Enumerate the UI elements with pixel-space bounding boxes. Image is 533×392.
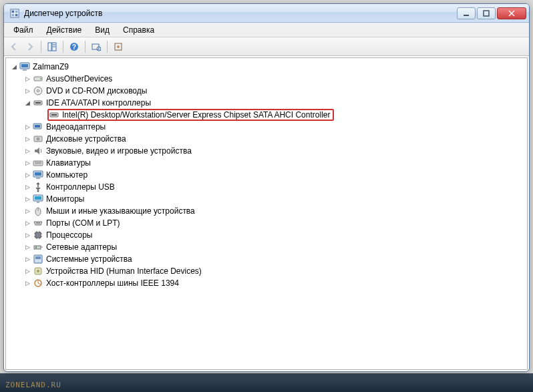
tree-node-network[interactable]: ▷ Сетевые адаптеры (7, 241, 526, 253)
expander-icon[interactable]: ▷ (23, 147, 31, 155)
background-taskbar (0, 373, 533, 392)
tree-root[interactable]: ◢ ZalmanZ9 (7, 61, 526, 73)
expander-icon[interactable]: ▷ (23, 183, 31, 191)
expander-icon[interactable]: ▷ (23, 159, 31, 167)
disk-icon (33, 73, 43, 84)
close-button[interactable] (497, 7, 526, 19)
svg-rect-21 (21, 64, 28, 67)
svg-rect-6 (484, 11, 489, 16)
svg-rect-2 (15, 10, 18, 13)
svg-point-47 (36, 222, 37, 224)
toolbar-separator (41, 41, 41, 53)
menu-file[interactable]: Файл (7, 23, 40, 37)
tree-node-ports[interactable]: ▷ Порты (COM и LPT) (7, 217, 526, 229)
node-label: Контроллеры USB (46, 182, 115, 192)
expander-icon[interactable]: ▷ (23, 243, 31, 251)
tree-node-usb[interactable]: ▷ Контроллеры USB (7, 181, 526, 193)
tree-node-hid[interactable]: ▷ Устройства HID (Human Interface Device… (7, 265, 526, 277)
svg-rect-4 (15, 13, 18, 16)
node-label: Системные устройства (46, 254, 132, 264)
tree-node-dvd[interactable]: ▷ DVD и CD-ROM дисководы (7, 85, 526, 97)
show-hide-tree-button[interactable] (45, 39, 59, 54)
highlight-annotation: Intel(R) Desktop/Workstation/Server Expr… (47, 109, 334, 121)
scan-hardware-button[interactable] (89, 39, 104, 54)
svg-rect-1 (12, 10, 15, 13)
watermark: ZONELAND.RU (5, 381, 61, 389)
disk-drive-icon (33, 134, 43, 144)
tree-node-asusother[interactable]: ▷ AsusOtherDevices (7, 73, 526, 85)
tree-node-keyboard[interactable]: ▷ Клавиатуры (7, 157, 526, 169)
back-button[interactable] (7, 39, 21, 54)
port-icon (33, 218, 43, 228)
maximize-button[interactable] (477, 7, 496, 19)
network-icon (33, 242, 43, 252)
node-label: Звуковые, видео и игровые устройства (46, 146, 192, 156)
controller-icon (49, 110, 59, 120)
mouse-icon (33, 206, 43, 216)
tree-node-ide[interactable]: ◢ IDE ATA/ATAPI контроллеры (7, 97, 526, 109)
svg-rect-28 (35, 102, 41, 104)
tree-content[interactable]: ◢ ZalmanZ9 ▷ AsusOtherDevices ▷ DVD и CD… (5, 57, 528, 370)
help-button[interactable]: ? (67, 39, 81, 54)
expander-icon[interactable]: ▷ (23, 279, 31, 287)
menu-action[interactable]: Действие (40, 23, 89, 37)
tree-node-disk[interactable]: ▷ Дисковые устройства (7, 133, 526, 145)
svg-point-26 (37, 90, 39, 92)
expander-icon[interactable]: ▷ (23, 75, 31, 83)
node-label: Intel(R) Desktop/Workstation/Server Expr… (62, 110, 330, 120)
tree-node-1394[interactable]: ▷ Хост-контроллеры шины IEEE 1394 (7, 277, 526, 289)
svg-point-49 (39, 222, 40, 224)
svg-rect-9 (48, 43, 51, 51)
toolbar: ? (4, 37, 529, 56)
tree-node-cpu[interactable]: ▷ Процессоры (7, 229, 526, 241)
expander-icon[interactable]: ▷ (23, 231, 31, 239)
monitor-icon (33, 194, 43, 204)
forward-button[interactable] (23, 39, 37, 54)
expander-icon[interactable]: ▷ (23, 207, 31, 215)
expander-icon[interactable]: ▷ (23, 195, 31, 203)
menu-help[interactable]: Справка (116, 23, 161, 37)
titlebar[interactable]: Диспетчер устройств (4, 4, 529, 23)
svg-rect-3 (12, 13, 15, 16)
tree-node-computer[interactable]: ▷ Компьютер (7, 169, 526, 181)
speaker-icon (33, 146, 43, 156)
menubar: Файл Действие Вид Справка (4, 23, 529, 37)
expander-icon[interactable]: ▷ (23, 255, 31, 263)
svg-point-64 (37, 270, 39, 272)
device-tree: ◢ ZalmanZ9 ▷ AsusOtherDevices ▷ DVD и CD… (7, 61, 526, 289)
expander-icon[interactable]: ◢ (10, 63, 18, 71)
expander-icon[interactable]: ◢ (23, 99, 31, 107)
tree-node-video[interactable]: ▷ Видеоадаптеры (7, 121, 526, 133)
node-label: Компьютер (46, 170, 87, 180)
tree-node-mouse[interactable]: ▷ Мыши и иные указывающие устройства (7, 205, 526, 217)
node-label: Видеоадаптеры (46, 122, 106, 132)
node-label: Процессоры (46, 230, 93, 240)
expander-icon[interactable]: ▷ (23, 267, 31, 275)
tree-node-ide-child[interactable]: Intel(R) Desktop/Workstation/Server Expr… (7, 109, 526, 121)
tree-node-system[interactable]: ▷ Системные устройства (7, 253, 526, 265)
svg-rect-60 (35, 246, 37, 248)
usb-icon (33, 182, 43, 192)
expander-icon[interactable]: ▷ (23, 123, 31, 131)
svg-point-19 (117, 45, 120, 48)
expander-icon[interactable]: ▷ (23, 87, 31, 95)
firewire-icon (33, 278, 43, 288)
window-controls (457, 7, 526, 19)
node-label: Мыши и иные указывающие устройства (46, 206, 195, 216)
expander-icon[interactable]: ▷ (23, 171, 31, 179)
svg-rect-39 (35, 172, 41, 176)
svg-rect-44 (37, 202, 39, 203)
svg-point-48 (37, 222, 39, 224)
node-label: Порты (COM и LPT) (46, 218, 120, 228)
display-adapter-icon (33, 122, 43, 132)
svg-rect-62 (35, 256, 41, 259)
menu-view[interactable]: Вид (88, 23, 116, 37)
expander-icon[interactable]: ▷ (23, 135, 31, 143)
expander-icon[interactable]: ▷ (23, 219, 31, 227)
node-label: Мониторы (46, 194, 84, 204)
show-hidden-button[interactable] (111, 39, 126, 54)
minimize-button[interactable] (457, 7, 476, 19)
toolbar-separator (107, 41, 108, 53)
tree-node-sound[interactable]: ▷ Звуковые, видео и игровые устройства (7, 145, 526, 157)
tree-node-monitors[interactable]: ▷ Мониторы (7, 193, 526, 205)
